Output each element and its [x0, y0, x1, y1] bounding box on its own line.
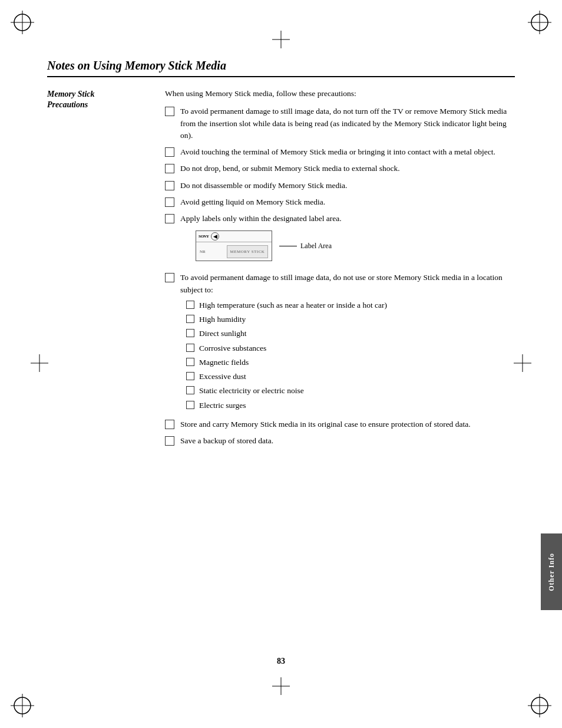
- list-item: Corrosive substances: [186, 342, 515, 354]
- label-area-text: Label Area: [300, 241, 332, 251]
- checkbox-icon: [165, 197, 174, 207]
- sub-list: High temperature (such as near a heater …: [180, 299, 515, 411]
- list-item: Excessive dust: [186, 371, 515, 383]
- checkbox-icon: [165, 107, 174, 116]
- page-title: Notes on Using Memory Stick Media: [47, 59, 515, 77]
- list-item: Apply labels only within the designated …: [165, 213, 515, 267]
- list-item: Do not disassemble or modify Memory Stic…: [165, 180, 515, 192]
- list-item: Magnetic fields: [186, 357, 515, 368]
- list-item: Static electricity or electric noise: [186, 385, 515, 397]
- ms-notch: ◀: [211, 232, 219, 241]
- edge-mark-bottom: [272, 677, 290, 697]
- content-area: Notes on Using Memory Stick Media Memory…: [47, 59, 515, 669]
- ms-nr-text: NR: [200, 249, 206, 255]
- ms-logo: SONY: [199, 233, 209, 240]
- item-text: Do not disassemble or modify Memory Stic…: [180, 180, 515, 192]
- list-item: Electric surges: [186, 400, 515, 411]
- checkbox-icon: [186, 401, 194, 409]
- ms-label-inside-text: MEMORY STICK: [230, 249, 265, 255]
- checkbox-icon: [165, 181, 174, 190]
- list-item: High humidity: [186, 314, 515, 325]
- ms-card-top: SONY ◀: [196, 231, 272, 242]
- section-heading-text: Memory Stick Precautions: [47, 90, 95, 109]
- sub-item-text: High temperature (such as near a heater …: [199, 299, 515, 311]
- section-heading: Memory Stick Precautions: [47, 89, 153, 110]
- sub-item-text: Static electricity or electric noise: [199, 385, 515, 397]
- item-text: Save a backup of stored data.: [180, 435, 515, 447]
- ms-label-area: MEMORY STICK: [227, 245, 268, 258]
- list-item: Store and carry Memory Stick media in it…: [165, 419, 515, 430]
- list-item: Avoid touching the terminal of Memory St…: [165, 146, 515, 158]
- checkbox-icon: [186, 301, 194, 309]
- item-text: Apply labels only within the designated …: [180, 213, 515, 267]
- two-col-layout: Memory Stick Precautions When using Memo…: [47, 88, 515, 452]
- sub-item-text: Direct sunlight: [199, 328, 515, 340]
- item-text: Do not drop, bend, or submit Memory Stic…: [180, 163, 515, 174]
- edge-mark-right: [514, 354, 531, 374]
- sub-item-text: Excessive dust: [199, 371, 515, 383]
- ms-card-bottom: NR MEMORY STICK: [196, 242, 272, 261]
- avoid-locations-text: To avoid permanent damage to still image…: [180, 273, 503, 294]
- checkbox-icon: [186, 386, 194, 394]
- checkbox-icon: [186, 372, 194, 380]
- item-text: Avoid getting liquid on Memory Stick med…: [180, 196, 515, 208]
- checkbox-icon: [186, 315, 194, 323]
- checkbox-icon: [165, 436, 174, 446]
- right-column: When using Memory Stick media, follow th…: [165, 88, 515, 452]
- bullet-list: To avoid permanent damage to still image…: [165, 106, 515, 447]
- checkbox-icon: [186, 329, 194, 337]
- corner-mark-br: [516, 682, 551, 717]
- apply-labels-text: Apply labels only within the designated …: [180, 214, 342, 223]
- checkbox-icon: [186, 344, 194, 352]
- checkbox-icon: [165, 147, 174, 157]
- checkbox-icon: [165, 273, 174, 282]
- corner-mark-tl: [11, 11, 46, 46]
- side-tab-label: Other Info: [547, 553, 556, 591]
- list-item: Save a backup of stored data.: [165, 435, 515, 447]
- intro-text: When using Memory Stick media, follow th…: [165, 88, 515, 100]
- page: Other Info 83 Notes on Using Memory Stic…: [0, 0, 562, 728]
- item-text: To avoid permanent damage to still image…: [180, 106, 515, 141]
- memory-stick-card: SONY ◀ NR MEMORY STICK: [196, 230, 272, 261]
- list-item: To avoid permanent damage to still image…: [165, 106, 515, 141]
- other-info-tab: Other Info: [541, 533, 562, 610]
- checkbox-icon: [186, 358, 194, 366]
- item-text: To avoid permanent damage to still image…: [180, 272, 515, 414]
- edge-mark-left: [31, 354, 48, 374]
- annotation-line: [279, 246, 297, 246]
- sub-item-text: Corrosive substances: [199, 342, 515, 354]
- checkbox-icon: [165, 214, 174, 223]
- edge-mark-top: [272, 31, 290, 51]
- list-item: Do not drop, bend, or submit Memory Stic…: [165, 163, 515, 174]
- list-item: Direct sunlight: [186, 328, 515, 340]
- list-item: High temperature (such as near a heater …: [186, 299, 515, 311]
- sub-item-text: Electric surges: [199, 400, 515, 411]
- left-column: Memory Stick Precautions: [47, 88, 165, 452]
- list-item: Avoid getting liquid on Memory Stick med…: [165, 196, 515, 208]
- checkbox-icon: [165, 420, 174, 429]
- item-text: Store and carry Memory Stick media in it…: [180, 419, 515, 430]
- ms-arrow-icon: ◀: [213, 233, 217, 241]
- checkbox-icon: [165, 164, 174, 173]
- item-text: Avoid touching the terminal of Memory St…: [180, 146, 515, 158]
- sub-item-text: High humidity: [199, 314, 515, 325]
- label-area-annotation: Label Area: [279, 241, 332, 251]
- sub-item-text: Magnetic fields: [199, 357, 515, 368]
- list-item: To avoid permanent damage to still image…: [165, 272, 515, 414]
- corner-mark-bl: [11, 682, 46, 717]
- corner-mark-tr: [516, 11, 551, 46]
- memory-stick-image-container: SONY ◀ NR MEMORY STICK: [196, 230, 515, 261]
